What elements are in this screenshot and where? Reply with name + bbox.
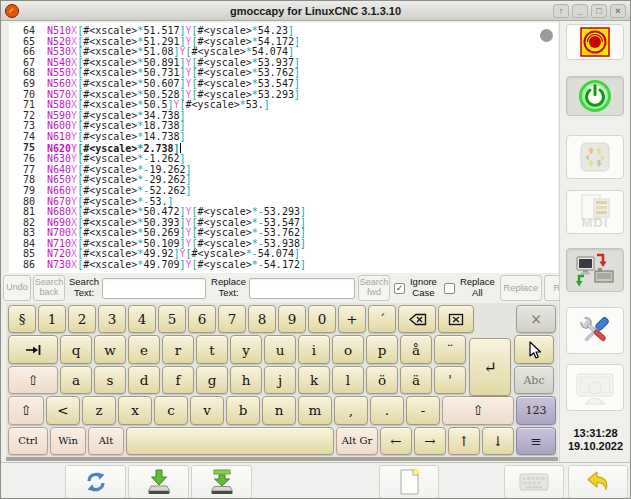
key-2[interactable]: 2: [68, 305, 96, 333]
key-diaeresis[interactable]: ¨: [434, 335, 466, 363]
estop-button[interactable]: [566, 24, 624, 60]
redo-button[interactable]: Redo: [544, 275, 559, 301]
key-apostrophe[interactable]: ': [434, 366, 466, 394]
search-fwd-button[interactable]: Search fwd: [358, 275, 390, 301]
settings-button[interactable]: [566, 307, 624, 354]
key-n[interactable]: n: [262, 396, 296, 424]
manual-mode-button[interactable]: [566, 135, 624, 179]
key-d[interactable]: d: [128, 366, 160, 394]
key-k[interactable]: k: [298, 366, 330, 394]
key-shift-right[interactable]: ⇧: [442, 396, 514, 424]
key-comma[interactable]: ,: [334, 396, 368, 424]
key-v[interactable]: v: [190, 396, 224, 424]
key-minus[interactable]: -: [406, 396, 440, 424]
key-enter[interactable]: ↵: [469, 338, 511, 396]
key-3[interactable]: 3: [98, 305, 126, 333]
key-l[interactable]: l: [332, 366, 364, 394]
key-adiaeresis[interactable]: ä: [400, 366, 432, 394]
pane-divider[interactable]: [6, 457, 558, 461]
key-g[interactable]: g: [196, 366, 228, 394]
key-clear-icon[interactable]: [438, 305, 474, 333]
keyboard-button[interactable]: [504, 465, 564, 499]
key-e[interactable]: e: [128, 335, 160, 363]
ignore-case-option[interactable]: ✓ Ignore Case: [394, 277, 440, 298]
search-back-button[interactable]: Search back: [33, 275, 65, 301]
key-abc[interactable]: Abc: [514, 366, 554, 394]
replace-all-option[interactable]: Replace All: [444, 277, 498, 298]
key-h[interactable]: h: [230, 366, 262, 394]
key-tab-icon[interactable]: [8, 335, 58, 363]
key-u[interactable]: u: [264, 335, 296, 363]
back-button[interactable]: [568, 465, 628, 499]
gcode-line-74[interactable]: 74N610Y[#<yscale>*14.738]: [9, 132, 558, 143]
reload-button[interactable]: [65, 465, 126, 499]
key-o[interactable]: o: [332, 335, 364, 363]
replace-button[interactable]: Replace: [500, 275, 542, 301]
key-arrow-up[interactable]: ↑: [448, 427, 480, 455]
new-file-button[interactable]: [379, 465, 439, 499]
key-y[interactable]: y: [230, 335, 262, 363]
key-shift-left[interactable]: ⇧: [8, 366, 58, 394]
key-section[interactable]: §: [8, 305, 36, 333]
key-c[interactable]: c: [154, 396, 188, 424]
key-less[interactable]: <: [46, 396, 80, 424]
key-period[interactable]: .: [370, 396, 404, 424]
mdi-mode-button[interactable]: MDI: [566, 190, 624, 234]
key-4[interactable]: 4: [128, 305, 156, 333]
user-button[interactable]: [566, 364, 624, 411]
replace-all-checkbox[interactable]: [444, 283, 455, 294]
key-odiaeresis[interactable]: ö: [366, 366, 398, 394]
key-space[interactable]: [126, 427, 334, 455]
key-6[interactable]: 6: [188, 305, 216, 333]
key-aring[interactable]: å: [400, 335, 432, 363]
key-s[interactable]: s: [94, 366, 126, 394]
key-a[interactable]: a: [60, 366, 92, 394]
scrollbar-thumb[interactable]: [540, 29, 553, 42]
gcode-line-86[interactable]: 86N730X[#<xscale>*49.709]Y[#<yscale>*-54…: [9, 260, 558, 271]
key-menu[interactable]: ≡: [516, 427, 556, 455]
key-b[interactable]: b: [226, 396, 260, 424]
key-m[interactable]: m: [298, 396, 332, 424]
key-p[interactable]: p: [366, 335, 398, 363]
key-arrow-right[interactable]: →: [414, 427, 446, 455]
save-as-button[interactable]: [191, 465, 252, 499]
key-j[interactable]: j: [264, 366, 296, 394]
key-altgr[interactable]: Alt Gr: [336, 427, 378, 455]
key-z[interactable]: z: [82, 396, 116, 424]
key-i[interactable]: i: [298, 335, 330, 363]
key-ctrl[interactable]: Ctrl: [8, 427, 48, 455]
key-win[interactable]: Win: [50, 427, 86, 455]
key-123[interactable]: 123: [516, 396, 556, 424]
ignore-case-checkbox[interactable]: ✓: [394, 283, 405, 294]
key-arrow-left[interactable]: ←: [380, 427, 412, 455]
maximize-button[interactable]: □: [591, 4, 607, 18]
key-t[interactable]: t: [196, 335, 228, 363]
undo-button[interactable]: Undo: [3, 275, 31, 301]
key-shift-left-2[interactable]: ⇧: [8, 396, 44, 424]
key-plus[interactable]: +: [338, 305, 366, 333]
key-5[interactable]: 5: [158, 305, 186, 333]
key-backspace-icon[interactable]: [398, 305, 436, 333]
key-7[interactable]: 7: [218, 305, 246, 333]
gcode-editor[interactable]: 64N510X[#<xscale>*51.517]Y[#<yscale>*54.…: [9, 23, 558, 273]
key-arrow-down[interactable]: ↓: [482, 427, 514, 455]
minimize-button[interactable]: _: [572, 4, 588, 18]
edit-mode-button[interactable]: [566, 248, 624, 292]
close-button[interactable]: ×: [610, 4, 626, 18]
key-8[interactable]: 8: [248, 305, 276, 333]
key-w[interactable]: w: [94, 335, 126, 363]
key-pointer-icon[interactable]: [514, 335, 554, 363]
key-acute[interactable]: ´: [368, 305, 396, 333]
replace-input[interactable]: [249, 278, 355, 299]
key-q[interactable]: q: [60, 335, 92, 363]
key-alt[interactable]: Alt: [88, 427, 124, 455]
save-button[interactable]: [128, 465, 189, 499]
key-1[interactable]: 1: [38, 305, 66, 333]
key-f[interactable]: f: [162, 366, 194, 394]
key-close-keyboard[interactable]: ×: [516, 305, 556, 333]
shade-button[interactable]: ↑: [553, 4, 569, 18]
key-9[interactable]: 9: [278, 305, 306, 333]
key-0[interactable]: 0: [308, 305, 336, 333]
machine-on-button[interactable]: [566, 76, 624, 116]
key-x[interactable]: x: [118, 396, 152, 424]
